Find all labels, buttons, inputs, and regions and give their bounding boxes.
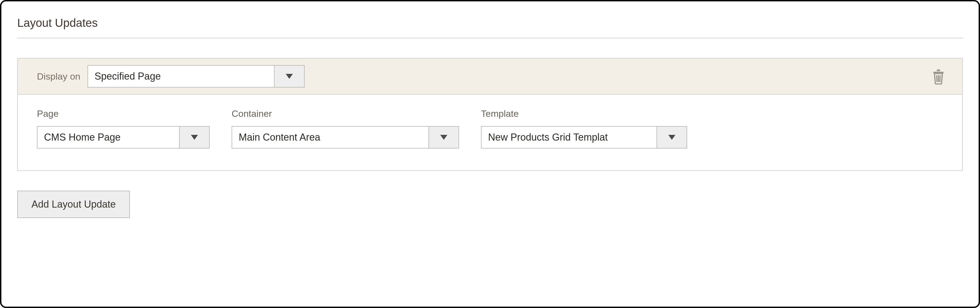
page-value: CMS Home Page xyxy=(37,127,179,148)
template-field: Template New Products Grid Templat xyxy=(481,109,687,148)
svg-marker-6 xyxy=(191,135,198,140)
caret-down-icon xyxy=(179,127,209,148)
container-field: Container Main Content Area xyxy=(232,109,459,148)
template-select[interactable]: New Products Grid Templat xyxy=(481,126,687,148)
update-header: Display on Specified Page xyxy=(18,59,962,95)
svg-marker-0 xyxy=(286,74,293,79)
svg-line-5 xyxy=(940,75,940,82)
template-label: Template xyxy=(481,109,687,119)
trash-icon[interactable] xyxy=(932,68,945,85)
svg-line-3 xyxy=(937,75,937,82)
display-on-value: Specified Page xyxy=(88,65,274,87)
layout-updates-panel: Layout Updates Display on Specified Page xyxy=(0,0,980,308)
caret-down-icon xyxy=(657,127,687,148)
page-select[interactable]: CMS Home Page xyxy=(37,126,210,148)
container-select[interactable]: Main Content Area xyxy=(232,126,459,148)
layout-update-row: Display on Specified Page xyxy=(17,58,963,171)
display-on-select[interactable]: Specified Page xyxy=(88,65,305,88)
svg-marker-8 xyxy=(668,135,675,140)
add-button-label: Add Layout Update xyxy=(32,199,116,210)
page-label: Page xyxy=(37,109,210,119)
divider xyxy=(17,38,963,38)
update-body: Page CMS Home Page Container Main Conten… xyxy=(18,95,962,171)
display-on-label: Display on xyxy=(37,71,80,82)
caret-down-icon xyxy=(428,127,458,148)
container-value: Main Content Area xyxy=(232,127,428,148)
add-layout-update-button[interactable]: Add Layout Update xyxy=(17,191,130,218)
svg-rect-2 xyxy=(937,69,940,71)
svg-marker-7 xyxy=(440,135,447,140)
caret-down-icon xyxy=(274,65,304,87)
template-value: New Products Grid Templat xyxy=(482,127,657,148)
container-label: Container xyxy=(232,109,459,119)
page-field: Page CMS Home Page xyxy=(37,109,210,148)
section-title: Layout Updates xyxy=(17,16,963,38)
